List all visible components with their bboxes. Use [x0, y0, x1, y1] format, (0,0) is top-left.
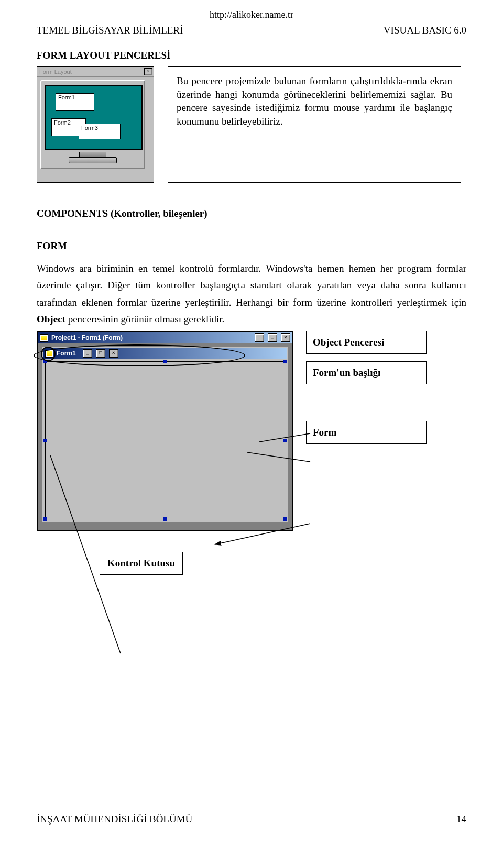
form-box-1[interactable]: Form1 [56, 93, 94, 111]
footer-right: 14 [456, 814, 466, 825]
object-window-title-text: Project1 - Form1 (Form) [51, 334, 123, 341]
form-layout-title-text: Form Layout [39, 69, 72, 75]
maximize-icon[interactable]: □ [96, 349, 105, 358]
object-window-titlebar[interactable]: Project1 - Form1 (Form) _ □ × [38, 332, 292, 343]
close-icon[interactable]: × [281, 333, 290, 342]
screen-area: Form1 Form2 Form3 [45, 85, 143, 150]
header-right: VISUAL BASIC 6.0 [384, 25, 466, 36]
minimize-icon[interactable]: _ [255, 333, 264, 342]
form-design-surface[interactable] [45, 361, 285, 519]
label-kontrol-kutusu: Kontrol Kutusu [100, 552, 183, 575]
label-form: Form [306, 421, 427, 444]
maximize-icon[interactable]: □ [268, 333, 277, 342]
form-box-3[interactable]: Form3 [79, 124, 121, 139]
section2-title: COMPONENTS (Kontroller, bileşenler) [37, 208, 466, 219]
form-layout-window: Form Layout × Form1 Form2 Form3 [37, 66, 154, 183]
close-icon[interactable]: × [109, 349, 118, 358]
footer-left: İNŞAAT MÜHENDİSLİĞİ BÖLÜMÜ [37, 814, 192, 825]
label-form-baslik: Form'un başlığı [306, 361, 427, 384]
form-heading: FORM [37, 240, 466, 252]
close-icon[interactable]: × [144, 68, 152, 75]
form1-title-text: Form1 [57, 350, 76, 357]
section2-paragraph: Windows ara biriminin en temel kontrolü … [37, 260, 466, 328]
header-left: TEMEL BİLGİSAYAR BİLİMLERİ [37, 25, 183, 36]
monitor-graphic: Form1 Form2 Form3 [40, 80, 145, 169]
label-object-penceresi: Object Penceresi [306, 331, 427, 354]
minimize-icon[interactable]: _ [83, 349, 92, 358]
form-icon [45, 350, 53, 358]
form1-titlebar[interactable]: Form1 _ □ × [43, 348, 287, 359]
section1-title: FORM LAYOUT PENCERESİ [37, 50, 466, 61]
page-url: http://alikoker.name.tr [37, 9, 466, 20]
object-window: Project1 - Form1 (Form) _ □ × Form1 _ □ … [37, 331, 293, 531]
section1-explain-box: Bu pencere projemizde bulunan formların … [168, 66, 461, 183]
project-icon [40, 334, 48, 342]
